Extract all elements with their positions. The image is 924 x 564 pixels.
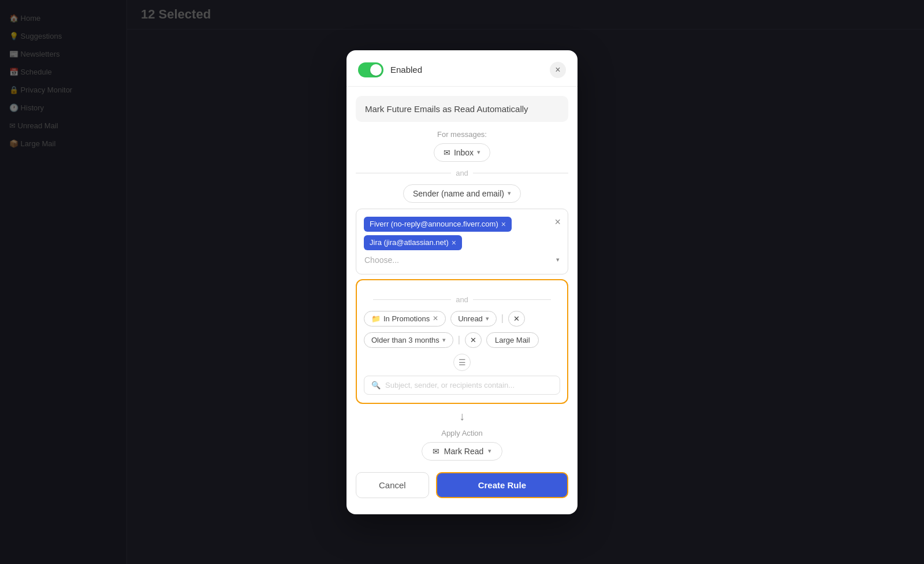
sender-tags-area: Fiverr (no-reply@announce.fiverr.com) × … <box>356 209 568 274</box>
in-promotions-remove-button[interactable]: ✕ <box>433 314 438 322</box>
tag-fiverr-remove-button[interactable]: × <box>501 220 506 229</box>
tag-jira-label: Jira (jira@atlassian.net) <box>370 238 449 247</box>
tag-fiverr: Fiverr (no-reply@announce.fiverr.com) × <box>364 217 512 232</box>
close-button[interactable]: × <box>550 62 566 78</box>
folder-icon: 📁 <box>371 314 381 323</box>
for-messages-label: For messages: <box>346 130 578 139</box>
inbox-label: Inbox <box>454 148 474 157</box>
mark-read-button[interactable]: ✉ Mark Read ▾ <box>422 442 502 461</box>
sender-button[interactable]: Sender (name and email) ▾ <box>403 184 521 203</box>
inbox-button[interactable]: ✉ Inbox ▾ <box>434 143 490 162</box>
unread-x-icon: ✕ <box>513 314 520 323</box>
enabled-toggle[interactable] <box>358 62 383 77</box>
search-icon: 🔍 <box>371 381 381 389</box>
toggle-label: Enabled <box>390 65 422 75</box>
mark-read-envelope-icon: ✉ <box>433 447 439 456</box>
modal-dialog: Enabled × Mark Future Emails as Read Aut… <box>346 50 578 514</box>
cancel-button[interactable]: Cancel <box>356 472 429 498</box>
older-than-label: Older than 3 months <box>371 336 439 344</box>
search-filter-input[interactable]: 🔍 Subject, sender, or recipients contain… <box>364 376 560 395</box>
sender-label: Sender (name and email) <box>413 189 504 198</box>
filter-row-2: Older than 3 months ▾ | ✕ Large Mail <box>364 332 560 348</box>
choose-label: Choose... <box>364 255 399 265</box>
in-promotions-label: In Promotions <box>383 314 430 323</box>
modal-header: Enabled × <box>346 50 578 87</box>
older-than-x-icon: ✕ <box>470 336 476 344</box>
inbox-chevron-icon: ▾ <box>477 149 480 156</box>
older-than-chevron-icon: ▾ <box>442 336 446 344</box>
search-placeholder-text: Subject, sender, or recipients contain..… <box>385 381 515 389</box>
arrow-down-icon: ↓ <box>346 410 578 423</box>
modal-overlay: Enabled × Mark Future Emails as Read Aut… <box>0 0 924 564</box>
unread-chevron-icon: ▾ <box>486 315 489 322</box>
in-promotions-filter[interactable]: 📁 In Promotions ✕ <box>364 311 446 326</box>
sender-chevron-icon: ▾ <box>508 190 511 197</box>
filter-rules-icon[interactable]: ☰ <box>453 354 471 371</box>
tag-area-clear-button[interactable]: × <box>553 215 562 229</box>
large-mail-pill[interactable]: Large Mail <box>486 332 539 348</box>
sender-choose-dropdown[interactable]: Choose... ▾ <box>362 252 562 268</box>
mark-read-chevron-icon: ▾ <box>488 447 491 455</box>
mark-read-label: Mark Read <box>444 447 483 456</box>
unread-remove-button[interactable]: ✕ <box>508 311 525 326</box>
filter-highlighted-section: and 📁 In Promotions ✕ Unread ▾ | ✕ <box>356 279 568 404</box>
and-divider-1: and <box>356 169 568 177</box>
filter-separator-2: | <box>458 335 460 345</box>
create-rule-button[interactable]: Create Rule <box>436 472 568 498</box>
tag-fiverr-label: Fiverr (no-reply@announce.fiverr.com) <box>370 220 498 228</box>
and-divider-2: and <box>373 295 551 304</box>
envelope-icon: ✉ <box>444 148 450 157</box>
filter-icon-row: ☰ <box>364 354 560 371</box>
tag-jira: Jira (jira@atlassian.net) × <box>364 235 462 250</box>
modal-footer: Cancel Create Rule <box>346 461 578 498</box>
choose-chevron-icon: ▾ <box>556 256 560 264</box>
tag-jira-remove-button[interactable]: × <box>452 238 456 247</box>
apply-action-label: Apply Action <box>346 429 578 437</box>
filter-row-1: 📁 In Promotions ✕ Unread ▾ | ✕ <box>364 311 560 326</box>
unread-label: Unread <box>458 314 483 323</box>
unread-filter[interactable]: Unread ▾ <box>450 311 497 326</box>
filter-separator-1: | <box>501 313 504 324</box>
modal-title: Mark Future Emails as Read Automatically <box>356 96 568 122</box>
older-than-filter[interactable]: Older than 3 months ▾ <box>364 332 453 348</box>
older-than-remove-button[interactable]: ✕ <box>465 332 482 348</box>
